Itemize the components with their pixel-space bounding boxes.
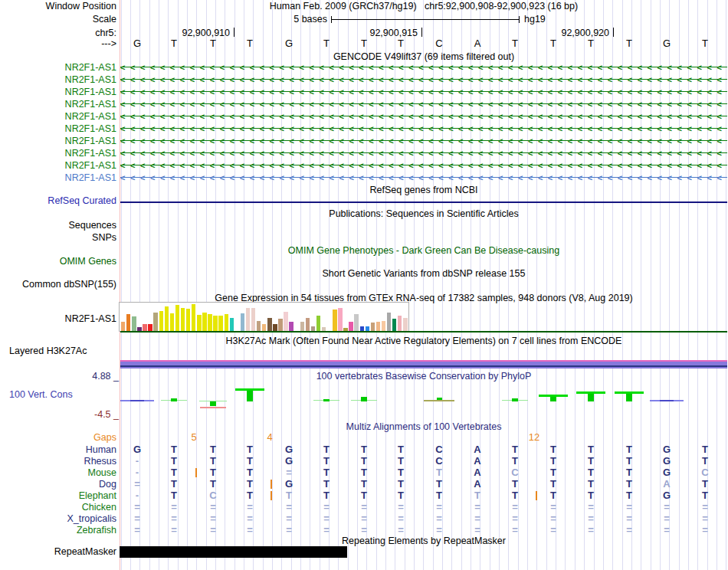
alignment-base[interactable]: T [286,490,292,501]
alignment-base[interactable]: T [588,467,594,478]
gene-transcript-row[interactable]: <<<<<<<<<<<<<<<<<<<<<<<<<<<<<<<<<<<<<<<<… [120,172,727,184]
alignment-base[interactable]: = [512,502,518,513]
refseq-curated-item[interactable] [120,201,727,203]
alignment-base[interactable]: = [702,502,708,513]
alignment-base[interactable]: T [702,444,708,455]
gtex-tissue-bar[interactable] [354,314,358,331]
gtex-tissue-bar[interactable] [316,316,320,331]
alignment-base[interactable]: C [701,467,708,478]
gtex-tissue-bar[interactable] [300,322,304,331]
alignment-base[interactable]: T [626,444,632,455]
layered-h3k27ac-label[interactable]: Layered H3K27Ac [9,346,87,356]
alignment-base[interactable]: G [663,467,671,478]
alignment-base[interactable]: G [285,456,293,467]
gene-label[interactable]: NR2F1-AS1 [65,111,116,122]
alignment-base[interactable]: C [511,467,518,478]
alignment-base[interactable]: = [171,502,177,513]
alignment-base[interactable]: = [286,513,292,524]
sequence-base[interactable]: T [210,38,216,49]
gtex-tissue-bar[interactable] [289,322,293,331]
alignment-base[interactable]: T [323,444,330,455]
gtex-tissue-bar[interactable] [143,324,146,331]
alignment-base[interactable]: T [436,490,442,501]
sequence-base[interactable]: T [512,38,518,49]
gtex-tissue-bar[interactable] [333,310,336,331]
gtex-tissue-bar[interactable] [398,316,402,331]
gene-transcript-row[interactable]: <<<<<<<<<<<<<<<<<<<<<<<<<<<<<<<<<<<<<<<<… [120,110,727,123]
species-label[interactable]: Chicken [82,502,116,513]
alignment-base[interactable]: = [286,525,292,536]
alignment-base[interactable]: T [550,490,556,501]
gtex-tissue-bar[interactable] [376,322,380,331]
sequence-base[interactable]: T [588,38,594,49]
alignment-base[interactable]: = [588,502,594,513]
sequence-base[interactable]: A [474,38,481,49]
alignment-base[interactable]: = [286,467,292,478]
alignment-base[interactable]: T [171,479,177,490]
alignment-base[interactable]: = [286,502,292,513]
alignment-base[interactable]: T [550,467,556,478]
alignment-base[interactable]: T [361,467,367,478]
species-label[interactable]: Human [86,444,116,455]
alignment-base[interactable]: = [626,502,632,513]
gtex-tissue-bar[interactable] [208,314,212,331]
gtex-gene-label[interactable]: NR2F1-AS1 [65,313,116,324]
alignment-base[interactable]: T [702,490,708,501]
alignment-base[interactable]: T [588,456,594,467]
alignment-base[interactable]: A [474,479,480,490]
alignment-base[interactable]: T [398,456,404,467]
species-label[interactable]: Elephant [79,490,116,501]
alignment-base[interactable]: T [550,456,556,467]
gtex-tissue-bar[interactable] [192,304,195,331]
alignment-base[interactable]: T [210,479,216,490]
gtex-tissue-bar[interactable] [165,306,169,331]
alignment-base[interactable]: T [550,479,556,490]
gtex-tissue-bar[interactable] [175,305,179,331]
alignment-base[interactable]: T [323,456,330,467]
gene-label[interactable]: NR2F1-AS1 [65,99,116,110]
alignment-base[interactable]: A [474,444,480,455]
alignment-base[interactable]: = [702,525,708,536]
gtex-tissue-bar[interactable] [153,313,157,331]
alignment-base[interactable]: G [663,444,671,455]
alignment-base[interactable]: T [247,490,253,501]
repeatmasker-element-bar[interactable] [120,546,347,559]
species-label[interactable]: Mouse [87,467,116,478]
alignment-base[interactable]: T [361,456,367,467]
gtex-tissue-bar[interactable] [197,315,201,331]
alignment-base[interactable]: = [171,513,177,524]
alignment-base[interactable]: T [361,490,367,501]
alignment-base[interactable]: C [435,456,442,467]
gtex-tissue-bar[interactable] [387,313,391,331]
gtex-tissue-bar[interactable] [132,316,136,331]
alignment-base[interactable]: = [398,525,404,536]
alignment-base[interactable]: = [134,525,140,536]
gtex-tissue-bar[interactable] [349,322,353,331]
alignment-base[interactable]: T [210,467,216,478]
gene-transcript-row[interactable]: <<<<<<<<<<<<<<<<<<<<<<<<<<<<<<<<<<<<<<<<… [120,86,727,98]
species-label[interactable]: Rhesus [84,456,116,467]
alignment-base[interactable]: = [436,525,442,536]
alignment-base[interactable]: G [133,444,141,455]
alignment-base[interactable]: = [134,513,140,524]
sequence-base[interactable]: T [323,38,330,49]
alignment-base[interactable]: T [210,456,216,467]
alignment-base[interactable]: = [361,525,367,536]
gtex-tissue-bar[interactable] [213,316,217,331]
common-dbsnp-label[interactable]: Common dbSNP(155) [22,279,116,290]
sequence-base[interactable]: T [398,38,404,49]
sequence-base[interactable]: G [133,38,141,49]
alignment-base[interactable]: T [512,490,518,501]
alignment-base[interactable]: T [512,444,518,455]
alignment-base[interactable]: T [550,444,556,455]
alignment-base[interactable]: = [474,513,480,524]
sequence-base[interactable]: T [702,38,708,49]
alignment-base[interactable]: = [626,525,632,536]
alignment-base[interactable]: T [702,456,708,467]
snps-label[interactable]: SNPs [92,232,116,243]
alignment-base[interactable]: T [398,444,404,455]
gene-label[interactable]: NR2F1-AS1 [65,160,116,171]
alignment-base[interactable]: = [474,525,480,536]
alignment-base[interactable]: = [247,502,253,513]
alignment-base[interactable]: T [436,467,442,478]
